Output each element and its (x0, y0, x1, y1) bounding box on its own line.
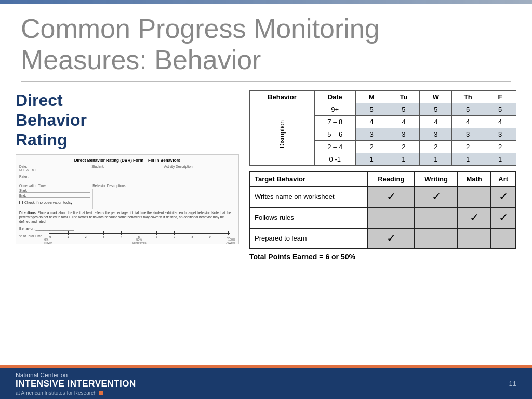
disruption-th-5: 1 (452, 153, 484, 165)
disruption-table: Behavior Date M Tu W Th F Disruption 9+ … (249, 90, 516, 166)
target-reading-2 (367, 207, 415, 228)
disruption-th-header: Th (452, 90, 484, 103)
target-row-2: Follows rules ✓ ✓ (250, 207, 516, 228)
disruption-w-3: 3 (420, 128, 452, 140)
disruption-m-1: 5 (355, 103, 388, 115)
disruption-date-2: 7 – 8 (314, 115, 355, 128)
disruption-f-2: 4 (484, 115, 516, 128)
disruption-th-1: 5 (452, 103, 484, 115)
dbr-title: Direct Behavior Rating (16, 90, 239, 150)
disruption-w-4: 2 (420, 140, 452, 153)
disruption-f-4: 2 (484, 140, 516, 153)
footer: National Center on INTENSIVE INTERVENTIO… (0, 368, 532, 399)
form-rater-label: Rater: (19, 175, 91, 182)
total-points: Total Points Earned = 6 or 50% (249, 252, 516, 261)
footer-square-icon (99, 391, 103, 395)
dbr-form-title: Direct Behavior Rating (DBR) Form – Fill… (19, 158, 235, 163)
top-accent-bar (0, 0, 532, 4)
disruption-f-5: 1 (484, 153, 516, 165)
disruption-date-4: 2 – 4 (314, 140, 355, 153)
disruption-tu-5: 1 (388, 153, 420, 165)
disruption-behavior-header: Behavior (250, 90, 315, 103)
footer-sub: at American Institutes for Research (16, 390, 136, 396)
footer-left: National Center on INTENSIVE INTERVENTIO… (16, 371, 136, 396)
target-math-3 (458, 228, 491, 249)
disruption-date-3: 5 – 6 (314, 128, 355, 140)
target-writing-3 (415, 228, 457, 249)
form-days: M T W Th F (19, 168, 90, 172)
footer-org-top: National Center on (16, 371, 136, 379)
disruption-th-4: 2 (452, 140, 484, 153)
page-number: 11 (509, 380, 516, 388)
disruption-m-3: 3 (355, 128, 388, 140)
disruption-m-5: 1 (355, 153, 388, 165)
target-art-3 (491, 228, 516, 249)
target-writing-header: Writing (415, 171, 457, 187)
target-reading-header: Reading (367, 171, 415, 187)
left-panel: Direct Behavior Rating Direct Behavior R… (16, 90, 239, 261)
form-check-row: Check if no observation today (19, 201, 90, 204)
target-reading-1: ✓ (367, 187, 415, 207)
target-math-1 (458, 187, 491, 207)
target-writing-2 (415, 207, 457, 228)
disruption-f-1: 5 (484, 103, 516, 115)
title-area: Common Progress Monitoring Measures: Beh… (0, 4, 532, 81)
disruption-label: Disruption (250, 103, 315, 165)
disruption-tu-4: 2 (388, 140, 420, 153)
dbr-form: Direct Behavior Rating (DBR) Form – Fill… (16, 154, 239, 244)
scale-bar: 0 1 2 3 4 5 6 7 8 9 10 0%Never 50% (44, 231, 235, 241)
disruption-date-1: 9+ (314, 103, 355, 115)
disruption-m-header: M (355, 90, 388, 103)
form-date-field: Date: M T W Th F (19, 165, 90, 172)
disruption-tu-3: 3 (388, 128, 420, 140)
main-content: Direct Behavior Rating Direct Behavior R… (0, 82, 532, 261)
disruption-w-5: 1 (420, 153, 452, 165)
target-art-1: ✓ (491, 187, 516, 207)
disruption-tu-header: Tu (388, 90, 420, 103)
target-behavior-table: Target Behavior Reading Writing Math Art… (249, 171, 516, 249)
disruption-tu-1: 5 (388, 103, 420, 115)
target-row-3: Prepared to learn ✓ (250, 228, 516, 249)
target-writing-1: ✓ (415, 187, 457, 207)
target-art-2: ✓ (491, 207, 516, 228)
form-activity-field: Activity Description: (164, 165, 235, 172)
form-directions: Directions: Place a mark along the line … (19, 211, 235, 224)
disruption-date-header: Date (314, 90, 355, 103)
page-title: Common Progress Monitoring Measures: Beh… (21, 14, 511, 76)
target-math-header: Math (458, 171, 491, 187)
form-student-field: Student: (91, 165, 163, 172)
disruption-row-1: Disruption 9+ 5 5 5 5 5 (250, 103, 516, 115)
scale-ticks: 0 1 2 3 4 5 6 7 8 9 10 (49, 231, 230, 238)
no-observation-checkbox[interactable] (19, 201, 23, 204)
disruption-w-header: W (420, 90, 452, 103)
footer-org-name: INTENSIVE INTERVENTION (16, 379, 136, 389)
right-panel: Behavior Date M Tu W Th F Disruption 9+ … (249, 90, 516, 261)
disruption-th-3: 3 (452, 128, 484, 140)
target-reading-3: ✓ (367, 228, 415, 249)
form-behavior-desc-section: Behavior Descriptions: (92, 184, 235, 209)
disruption-f-header: F (484, 90, 516, 103)
disruption-w-2: 4 (420, 115, 452, 128)
disruption-w-1: 5 (420, 103, 452, 115)
form-obs-time-section: Observation Time: Start: End: Check if n… (19, 184, 90, 209)
disruption-date-5: 0 -1 (314, 153, 355, 165)
form-scale: % of Total Time 0 1 2 3 4 5 6 7 8 9 1 (19, 231, 235, 241)
target-art-header: Art (491, 171, 516, 187)
target-behavior-2: Follows rules (250, 207, 367, 228)
form-behavior-line: Behavior: ___________________ (19, 227, 235, 230)
disruption-tu-2: 4 (388, 115, 420, 128)
disruption-m-4: 2 (355, 140, 388, 153)
disruption-f-3: 3 (484, 128, 516, 140)
target-behavior-header: Target Behavior (250, 171, 367, 187)
target-math-2: ✓ (458, 207, 491, 228)
disruption-m-2: 4 (355, 115, 388, 128)
disruption-th-2: 4 (452, 115, 484, 128)
target-behavior-1: Writes name on worksheet (250, 187, 367, 207)
target-behavior-3: Prepared to learn (250, 228, 367, 249)
target-row-1: Writes name on worksheet ✓ ✓ ✓ (250, 187, 516, 207)
